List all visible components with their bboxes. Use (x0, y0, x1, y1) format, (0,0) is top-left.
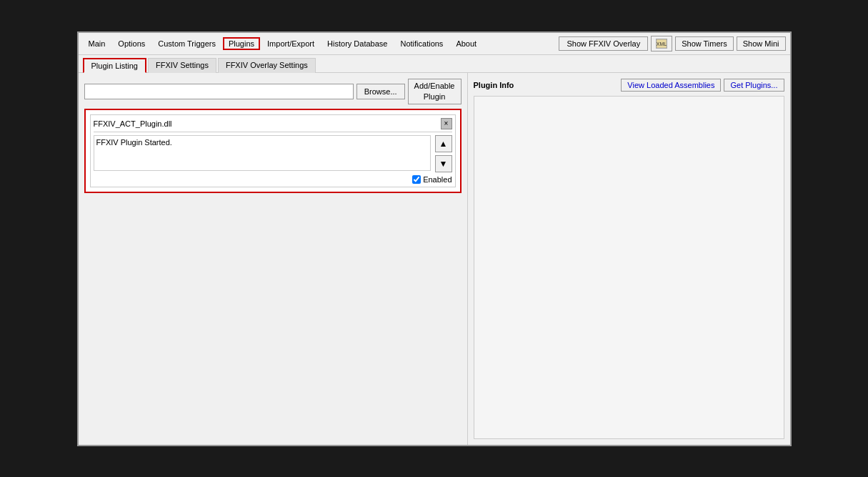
import-xml-button[interactable]: XML (651, 36, 672, 51)
menu-item-about[interactable]: About (450, 37, 482, 50)
enabled-checkbox[interactable] (412, 175, 421, 184)
show-timers-button[interactable]: Show Timers (675, 36, 734, 51)
plugin-info-label: Plugin Info (474, 81, 514, 89)
right-panel-header: Plugin Info View Loaded Assemblies Get P… (474, 79, 784, 92)
menu-left: Main Options Custom Triggers Plugins Imp… (83, 37, 483, 50)
up-arrow-icon: ▲ (439, 139, 448, 149)
show-ffxiv-overlay-button[interactable]: Show FFXIV Overlay (559, 36, 648, 51)
menu-item-plugins[interactable]: Plugins (223, 37, 260, 50)
tab-plugin-listing[interactable]: Plugin Listing (83, 58, 146, 73)
menu-item-history-database[interactable]: History Database (321, 37, 393, 50)
plugin-controls: ▲ ▼ (435, 135, 452, 172)
tab-bar: Plugin Listing FFXIV Settings FFXIV Over… (79, 55, 790, 73)
menu-bar: Main Options Custom Triggers Plugins Imp… (79, 33, 790, 55)
right-buttons: View Loaded Assemblies Get Plugins... (621, 79, 784, 92)
view-loaded-assemblies-button[interactable]: View Loaded Assemblies (621, 79, 721, 92)
plugin-path-input[interactable] (84, 84, 354, 99)
move-down-button[interactable]: ▼ (435, 155, 452, 172)
plugin-name-row: FFXIV_ACT_Plugin.dll × (94, 118, 452, 132)
svg-text:XML: XML (657, 41, 667, 46)
plugin-status-text: FFXIV Plugin Started. (94, 135, 431, 171)
import-icon: XML (656, 39, 667, 49)
menu-item-import-export[interactable]: Import/Export (261, 37, 320, 50)
main-content: Browse... Add/EnablePlugin FFXIV_ACT_Plu… (79, 73, 790, 445)
plugin-status-row: FFXIV Plugin Started. ▲ ▼ (94, 135, 452, 172)
plugin-card: FFXIV_ACT_Plugin.dll × FFXIV Plugin Star… (84, 109, 462, 193)
left-panel: Browse... Add/EnablePlugin FFXIV_ACT_Plu… (79, 73, 468, 445)
enabled-label: Enabled (423, 175, 452, 184)
add-enable-plugin-button[interactable]: Add/EnablePlugin (408, 79, 462, 105)
tab-ffxiv-overlay-settings[interactable]: FFXIV Overlay Settings (218, 58, 316, 73)
plugin-info-content (474, 96, 784, 439)
enabled-row: Enabled (94, 175, 452, 184)
tab-ffxiv-settings[interactable]: FFXIV Settings (148, 58, 216, 73)
get-plugins-button[interactable]: Get Plugins... (724, 79, 784, 92)
close-plugin-button[interactable]: × (441, 118, 452, 129)
browse-button[interactable]: Browse... (356, 84, 405, 99)
path-row: Browse... Add/EnablePlugin (84, 79, 462, 105)
plugin-name: FFXIV_ACT_Plugin.dll (94, 119, 172, 128)
right-panel: Plugin Info View Loaded Assemblies Get P… (468, 73, 790, 445)
menu-item-main[interactable]: Main (83, 37, 111, 50)
menu-right: Show FFXIV Overlay XML Show Timers Show … (559, 36, 785, 51)
menu-item-notifications[interactable]: Notifications (394, 37, 449, 50)
menu-item-custom-triggers[interactable]: Custom Triggers (152, 37, 221, 50)
plugin-card-inner: FFXIV_ACT_Plugin.dll × FFXIV Plugin Star… (90, 114, 456, 187)
move-up-button[interactable]: ▲ (435, 135, 452, 152)
menu-item-options[interactable]: Options (112, 37, 151, 50)
down-arrow-icon: ▼ (439, 159, 448, 169)
add-enable-label: Add/EnablePlugin (414, 82, 455, 101)
app-window: Main Options Custom Triggers Plugins Imp… (77, 31, 792, 446)
show-mini-button[interactable]: Show Mini (737, 36, 786, 51)
